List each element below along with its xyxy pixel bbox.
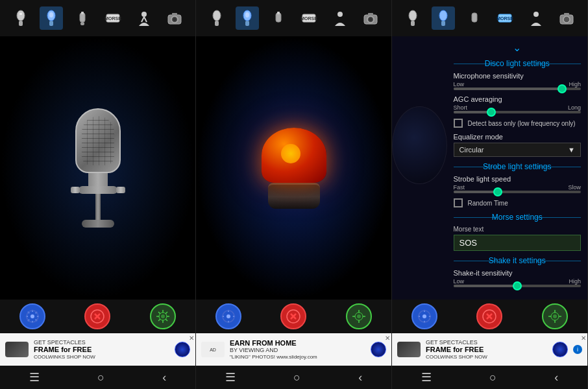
morse-text-input[interactable]: SOS — [454, 235, 581, 251]
ad-line2-2: BY VIEWING AND — [230, 347, 278, 353]
person-icon[interactable] — [132, 6, 156, 30]
small-torch-icon[interactable] — [71, 6, 94, 30]
settings-content: ⌄ Disco light settings Microphone sensit… — [454, 41, 581, 292]
menu-icon-2[interactable]: ☰ — [225, 370, 236, 384]
person-icon-3[interactable] — [524, 6, 548, 30]
camera-icon-3[interactable] — [555, 6, 578, 30]
mic-sensitivity-slider[interactable] — [454, 88, 581, 90]
stop-button-1[interactable] — [84, 303, 110, 329]
ad-info-badge-3[interactable]: i — [573, 345, 582, 354]
torch-blue-icon-2[interactable] — [236, 6, 259, 30]
svg-point-0 — [17, 10, 25, 21]
camera-icon-2[interactable] — [359, 6, 382, 30]
svg-point-58 — [409, 10, 417, 21]
ad-glasses-image-3 — [397, 342, 421, 357]
person-icon-2[interactable] — [328, 6, 352, 30]
small-torch-icon-2[interactable] — [267, 6, 290, 30]
ad-banner-2: AD EARN FROM HOME BY VIEWING AND "LIKING… — [196, 333, 391, 366]
home-icon-1[interactable]: ○ — [97, 371, 104, 384]
torch-blue-icon-3[interactable] — [432, 6, 455, 30]
random-time-checkbox[interactable] — [454, 198, 463, 207]
strobe-slider-thumb[interactable] — [493, 187, 502, 196]
morse-icon[interactable]: MORSE — [101, 6, 125, 30]
agc-long-label: Long — [568, 104, 581, 111]
back-icon-1[interactable]: ‹ — [162, 371, 166, 384]
agc-slider-thumb[interactable] — [487, 108, 496, 117]
mic-sensitivity-label: Microphone sensitivity — [454, 72, 524, 80]
back-icon-2[interactable]: ‹ — [358, 371, 362, 384]
siren-base — [268, 183, 320, 209]
agc-label: AGC averaging — [454, 95, 502, 103]
shake-slider-thumb[interactable] — [513, 281, 522, 290]
morse-icon-3[interactable]: MORSE — [493, 6, 517, 30]
back-icon-3[interactable]: ‹ — [554, 371, 558, 384]
siren-display — [196, 36, 391, 300]
strobe-range: Fast Slow — [454, 184, 581, 191]
flashlight-icon-2[interactable] — [205, 6, 228, 30]
strobe-slider-track — [454, 191, 581, 193]
menu-icon-3[interactable]: ☰ — [421, 370, 432, 384]
svg-rect-2 — [19, 13, 22, 15]
detect-bass-checkbox[interactable] — [454, 119, 463, 128]
svg-point-16 — [173, 18, 177, 21]
shake-slider-fill — [454, 285, 517, 287]
flashlight-icon[interactable] — [9, 6, 32, 30]
ad-sub: COOLWINKS SHOP NOW — [34, 354, 95, 360]
toolbar-2: MORSE — [196, 0, 391, 36]
panel-siren: MORSE — [196, 0, 392, 389]
microphone-display — [0, 36, 195, 300]
svg-rect-68 — [564, 13, 569, 16]
settings-button-3[interactable] — [411, 303, 437, 329]
virus-button-3[interactable] — [542, 303, 568, 329]
ad-text-1: GET SPECTACLES FRAME for FREE COOLWINKS … — [34, 339, 169, 360]
camera-icon[interactable] — [163, 6, 186, 30]
dropdown-chevron-icon: ▼ — [568, 146, 575, 154]
shake-sensitivity-slider[interactable] — [454, 285, 581, 287]
svg-rect-4 — [49, 21, 53, 26]
nav-bar-3: ☰ ○ ‹ — [392, 366, 587, 389]
strobe-speed-slider[interactable] — [454, 191, 581, 193]
svg-line-13 — [144, 17, 147, 22]
virus-button-1[interactable] — [150, 303, 176, 329]
svg-rect-39 — [277, 12, 280, 14]
strobe-slider-fill — [454, 191, 498, 193]
settings-button-2[interactable] — [215, 303, 241, 329]
menu-icon-1[interactable]: ☰ — [29, 370, 40, 384]
chevron-down-icon[interactable]: ⌄ — [454, 41, 581, 54]
svg-point-53 — [357, 314, 361, 318]
mic-high-label: High — [569, 81, 581, 88]
home-icon-3[interactable]: ○ — [489, 371, 496, 384]
detect-bass-label: Detect bass only (low frequency only) — [468, 120, 576, 127]
toolbar-3: MORSE — [392, 0, 587, 36]
ad-line1: GET SPECTACLES — [34, 339, 169, 346]
svg-rect-34 — [215, 21, 219, 26]
ad-line2: FRAME for FREE — [34, 346, 92, 353]
svg-point-18 — [31, 314, 34, 318]
svg-point-24 — [161, 314, 165, 318]
mic-slider-thumb[interactable] — [557, 84, 567, 93]
ad-circle-2 — [371, 342, 386, 357]
strobe-section-title: Strobe light settings — [454, 162, 581, 171]
equalizer-select[interactable]: Circular ▼ — [454, 143, 581, 157]
small-torch-icon-3[interactable] — [463, 6, 486, 30]
ad-banner-1: GET SPECTACLES FRAME for FREE COOLWINKS … — [0, 333, 195, 366]
ad-close-2[interactable]: ✕ — [385, 335, 390, 342]
home-icon-2[interactable]: ○ — [293, 371, 300, 384]
settings-button-1[interactable] — [19, 303, 45, 329]
morse-icon-2[interactable]: MORSE — [297, 6, 321, 30]
flashlight-icon-3[interactable] — [401, 6, 424, 30]
svg-point-69 — [423, 314, 426, 318]
ad-close-1[interactable]: ✕ — [189, 335, 194, 342]
settings-display: ⌄ Disco light settings Microphone sensit… — [392, 36, 587, 300]
svg-point-67 — [563, 16, 570, 23]
svg-rect-61 — [441, 21, 445, 26]
ad-close-3[interactable]: ✕ — [581, 335, 586, 342]
agc-slider[interactable] — [454, 111, 581, 113]
stop-button-3[interactable] — [476, 303, 502, 329]
svg-text:MORSE: MORSE — [496, 16, 513, 21]
torch-blue-icon[interactable] — [40, 6, 63, 30]
stop-button-2[interactable] — [280, 303, 306, 329]
svg-rect-7 — [81, 12, 84, 14]
agc-short-label: Short — [454, 104, 468, 111]
virus-button-2[interactable] — [346, 303, 372, 329]
